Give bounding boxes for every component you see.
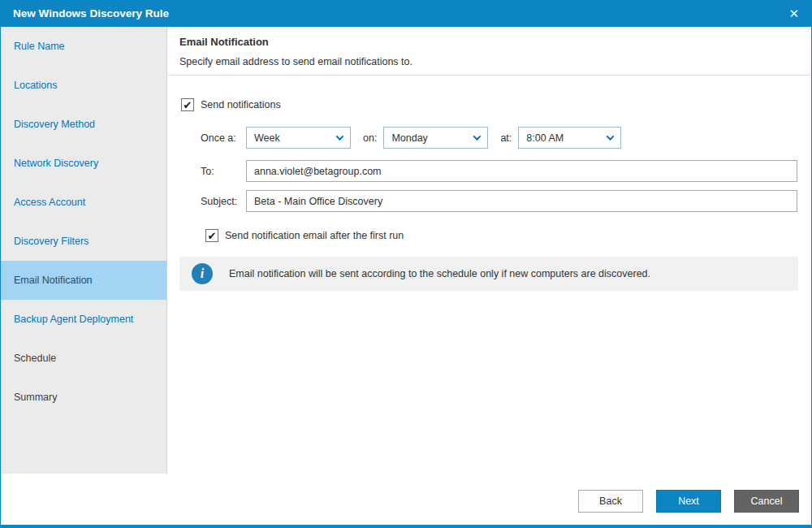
info-icon: i: [192, 263, 213, 284]
first-run-checkbox[interactable]: ✔: [205, 229, 218, 242]
close-icon[interactable]: ✕: [788, 7, 799, 19]
info-text: Email notification will be sent accordin…: [229, 268, 650, 279]
first-run-row: ✔ Send notification email after the firs…: [205, 229, 404, 242]
sidebar-item-discovery-method[interactable]: Discovery Method: [1, 105, 166, 144]
sidebar-item-summary[interactable]: Summary: [1, 378, 166, 417]
wizard-steps-sidebar: Rule Name Locations Discovery Method Net…: [1, 27, 167, 474]
frequency-dropdown[interactable]: Week: [246, 127, 351, 149]
first-run-label: Send notification email after the first …: [225, 230, 404, 241]
sidebar-item-backup-agent-deployment[interactable]: Backup Agent Deployment: [1, 300, 166, 339]
to-input[interactable]: [246, 160, 797, 182]
chevron-down-icon: [336, 132, 344, 141]
time-dropdown[interactable]: 8:00 AM: [518, 127, 621, 149]
sidebar-item-rule-name[interactable]: Rule Name: [1, 27, 166, 66]
cancel-button[interactable]: Cancel: [734, 490, 799, 513]
sidebar-item-schedule[interactable]: Schedule: [1, 339, 166, 378]
once-a-label: Once a:: [201, 132, 240, 144]
page-subtitle: Specify email address to send email noti…: [179, 56, 412, 67]
send-notifications-checkbox[interactable]: ✔: [181, 98, 194, 111]
day-dropdown[interactable]: Monday: [383, 127, 488, 149]
page-title: Email Notification: [179, 36, 269, 48]
subject-input[interactable]: [246, 190, 797, 212]
chevron-down-icon: [473, 132, 482, 141]
next-button[interactable]: Next: [656, 490, 721, 513]
sidebar-item-discovery-filters[interactable]: Discovery Filters: [1, 222, 166, 261]
schedule-row: Once a: Week on: Monday at: 8:00 AM: [201, 127, 621, 149]
subject-row: Subject:: [201, 190, 797, 212]
sidebar-item-locations[interactable]: Locations: [1, 66, 166, 105]
subject-label: Subject:: [201, 196, 240, 207]
back-button[interactable]: Back: [578, 490, 643, 513]
header-divider: [168, 75, 810, 76]
sidebar-item-access-account[interactable]: Access Account: [1, 183, 166, 222]
titlebar: New Windows Discovery Rule ✕: [1, 0, 811, 27]
sidebar-item-network-discovery[interactable]: Network Discovery: [1, 144, 166, 183]
check-icon: ✔: [208, 231, 217, 241]
chevron-down-icon: [607, 132, 615, 141]
day-value: Monday: [391, 132, 427, 144]
info-banner: i Email notification will be sent accord…: [179, 257, 798, 291]
to-row: To:: [201, 160, 797, 182]
dialog-window: New Windows Discovery Rule ✕ Rule Name L…: [0, 0, 812, 528]
on-label: on:: [363, 132, 377, 144]
at-label: at:: [500, 132, 512, 144]
send-notifications-row: ✔ Send notifications: [181, 98, 281, 111]
send-notifications-label: Send notifications: [201, 99, 281, 110]
time-value: 8:00 AM: [526, 132, 564, 144]
window-title: New Windows Discovery Rule: [13, 7, 169, 19]
sidebar-item-email-notification[interactable]: Email Notification: [1, 261, 166, 300]
to-label: To:: [201, 166, 240, 177]
frequency-value: Week: [254, 132, 280, 144]
check-icon: ✔: [184, 100, 192, 110]
